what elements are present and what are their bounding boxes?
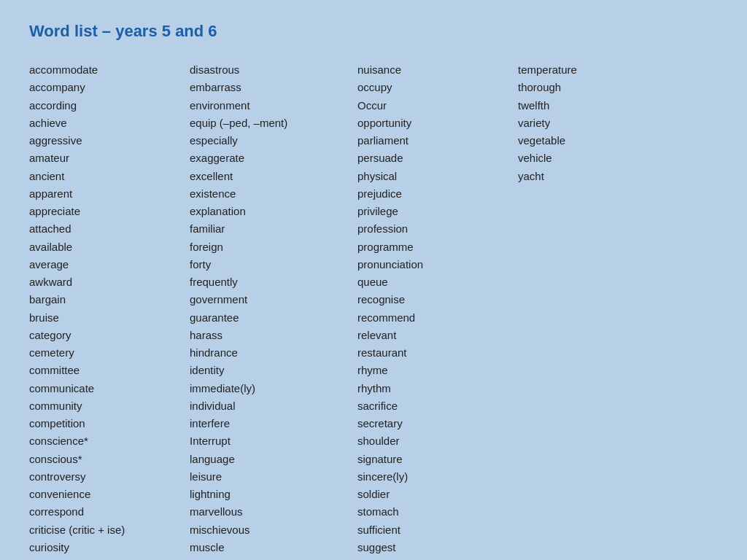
word-item: achieve xyxy=(29,114,190,131)
word-item: Interrupt xyxy=(190,432,357,449)
word-item: average xyxy=(29,256,190,273)
word-item: pronunciation xyxy=(357,256,518,273)
word-item: temperature xyxy=(518,61,649,78)
word-item: equip (–ped, –ment) xyxy=(190,114,357,131)
word-item: definite xyxy=(29,556,190,560)
word-item: government xyxy=(190,291,357,308)
word-item: environment xyxy=(190,97,357,114)
word-item: vehicle xyxy=(518,149,649,166)
word-item: stomach xyxy=(357,503,518,520)
word-item: exaggerate xyxy=(190,149,357,166)
word-item: harass xyxy=(190,327,357,343)
word-item: persuade xyxy=(357,149,518,166)
word-item: foreign xyxy=(190,238,357,255)
word-item: existence xyxy=(190,185,357,202)
word-item: interfere xyxy=(190,415,357,432)
word-item: conscious* xyxy=(29,451,190,467)
word-item: excellent xyxy=(190,168,357,184)
word-item: relevant xyxy=(357,327,518,343)
word-item: secretary xyxy=(357,415,518,432)
word-item: necessary xyxy=(190,556,357,560)
word-item: bruise xyxy=(29,309,190,326)
word-item: awkward xyxy=(29,273,190,290)
word-item: hindrance xyxy=(190,344,357,361)
word-item: forty xyxy=(190,256,357,273)
word-item: convenience xyxy=(29,486,190,502)
word-item: yacht xyxy=(518,168,649,184)
word-item: queue xyxy=(357,273,518,290)
word-item: embarrass xyxy=(190,79,357,96)
word-item: competition xyxy=(29,415,190,432)
word-item: leisure xyxy=(190,468,357,485)
word-column-4: temperaturethoroughtwelfthvarietyvegetab… xyxy=(518,61,649,184)
word-item: correspond xyxy=(29,503,190,520)
word-item: nuisance xyxy=(357,61,518,78)
word-item: Occur xyxy=(357,97,518,114)
word-item: suggest xyxy=(357,539,518,556)
word-item: aggressive xyxy=(29,132,190,149)
word-item: cemetery xyxy=(29,344,190,361)
word-item: attached xyxy=(29,220,190,237)
word-item: recognise xyxy=(357,291,518,308)
word-item: ancient xyxy=(29,168,190,184)
word-column-3: nuisanceoccupyOccuropportunityparliament… xyxy=(357,61,518,560)
word-item: lightning xyxy=(190,486,357,502)
word-item: privilege xyxy=(357,203,518,219)
word-item: identity xyxy=(190,362,357,378)
word-item: appreciate xyxy=(29,203,190,219)
word-item: familiar xyxy=(190,220,357,237)
word-column-2: disastrousembarrassenvironmentequip (–pe… xyxy=(190,61,357,560)
word-item: language xyxy=(190,451,357,467)
word-item: accommodate xyxy=(29,61,190,78)
word-item: sufficient xyxy=(357,521,518,538)
word-item: amateur xyxy=(29,149,190,166)
word-item: category xyxy=(29,327,190,343)
word-item: especially xyxy=(190,132,357,149)
word-item: restaurant xyxy=(357,344,518,361)
word-item: disastrous xyxy=(190,61,357,78)
word-item: opportunity xyxy=(357,114,518,131)
word-item: individual xyxy=(190,397,357,414)
word-item: immediate(ly) xyxy=(190,380,357,397)
word-item: rhythm xyxy=(357,380,518,397)
word-item: committee xyxy=(29,362,190,378)
word-item: profession xyxy=(357,220,518,237)
word-item: bargain xyxy=(29,291,190,308)
word-item: community xyxy=(29,397,190,414)
word-item: signature xyxy=(357,451,518,467)
word-item: soldier xyxy=(357,486,518,502)
word-item: muscle xyxy=(190,539,357,556)
word-item: criticise (critic + ise) xyxy=(29,521,190,538)
word-item: shoulder xyxy=(357,432,518,449)
word-item: symbol xyxy=(357,556,518,560)
word-item: explanation xyxy=(190,203,357,219)
word-item: mischievous xyxy=(190,521,357,538)
word-item: recommend xyxy=(357,309,518,326)
word-column-1: accommodateaccompanyaccordingachieveaggr… xyxy=(29,61,190,560)
word-item: available xyxy=(29,238,190,255)
word-item: physical xyxy=(357,168,518,184)
word-item: communicate xyxy=(29,380,190,397)
word-item: occupy xyxy=(357,79,518,96)
word-item: twelfth xyxy=(518,97,649,114)
word-item: curiosity xyxy=(29,539,190,556)
word-item: sincere(ly) xyxy=(357,468,518,485)
word-item: sacrifice xyxy=(357,397,518,414)
word-item: controversy xyxy=(29,468,190,485)
word-item: programme xyxy=(357,238,518,255)
word-item: apparent xyxy=(29,185,190,202)
word-item: vegetable xyxy=(518,132,649,149)
word-item: conscience* xyxy=(29,432,190,449)
word-item: thorough xyxy=(518,79,649,96)
word-item: frequently xyxy=(190,273,357,290)
word-item: variety xyxy=(518,114,649,131)
word-grid: accommodateaccompanyaccordingachieveaggr… xyxy=(29,61,718,560)
word-item: rhyme xyxy=(357,362,518,378)
word-item: prejudice xyxy=(357,185,518,202)
word-item: accompany xyxy=(29,79,190,96)
word-item: according xyxy=(29,97,190,114)
page-title: Word list – years 5 and 6 xyxy=(29,22,718,41)
word-item: guarantee xyxy=(190,309,357,326)
word-item: marvellous xyxy=(190,503,357,520)
word-item: parliament xyxy=(357,132,518,149)
